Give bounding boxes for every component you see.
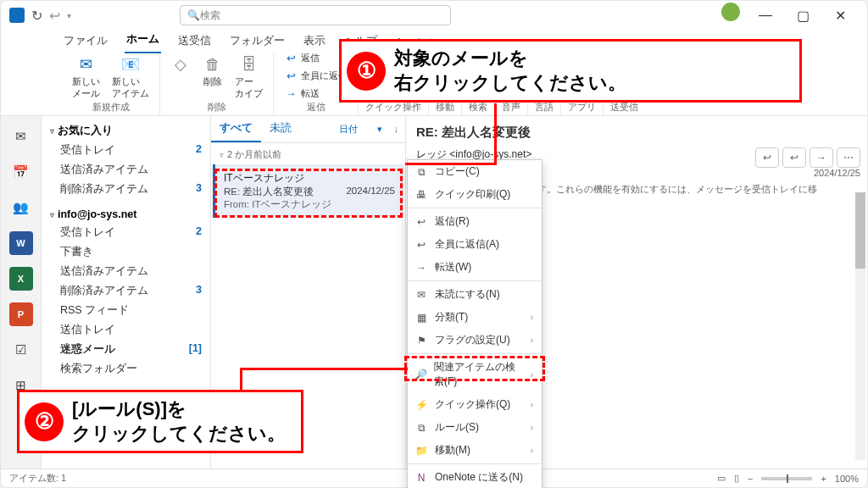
tab-all[interactable]: すべて — [211, 116, 261, 142]
onenote-icon: N — [415, 472, 428, 484]
reply-icon-button[interactable]: ↩ — [755, 147, 779, 168]
reply-icon: ↩ — [415, 216, 428, 228]
copy-icon: ⧉ — [415, 166, 428, 178]
group-speech-label: 音声 — [502, 102, 520, 114]
chevron-right-icon: › — [531, 446, 533, 455]
quick-steps-icon: ⚡ — [415, 399, 428, 411]
context-menu: ⧉コピー(C) 🖶クイック印刷(Q) ↩返信(R) ↩全員に返信(A) →転送(… — [407, 159, 542, 488]
folder-junk[interactable]: 迷惑メール[1] — [45, 340, 207, 359]
scrollbar-thumb[interactable] — [855, 192, 865, 269]
close-button[interactable]: ✕ — [821, 3, 859, 28]
unread-icon: ✉ — [415, 289, 428, 301]
new-mail-button[interactable]: ✉新しい メール — [69, 53, 103, 102]
forward-icon-button[interactable]: → — [810, 147, 833, 168]
ignore-button[interactable]: ◇ — [167, 53, 194, 76]
reading-date: 2024/12/25 — [755, 168, 860, 178]
message-preview: From: ITベースナレッジ — [224, 198, 395, 211]
flag-icon: ⚑ — [415, 335, 428, 347]
calendar-icon[interactable]: 📅 — [9, 160, 33, 184]
zoom-out-button[interactable]: − — [748, 474, 753, 484]
chevron-right-icon: › — [531, 423, 533, 432]
sync-icon[interactable]: ↻ — [31, 8, 42, 24]
message-sender: ITベースナレッジ — [224, 171, 395, 186]
folder-drafts[interactable]: 下書き — [45, 242, 207, 262]
chevron-down-icon: ▿ — [50, 126, 54, 136]
search-icon: 🔍 — [187, 9, 200, 21]
message-item[interactable]: ITベースナレッジ RE: 差出人名変更後2024/12/25 From: IT… — [213, 164, 403, 218]
annotation-line — [494, 103, 497, 164]
annotation-line — [240, 368, 408, 370]
annotation-number-2: ② — [25, 402, 64, 441]
minimize-button[interactable]: — — [747, 3, 784, 28]
delete-button[interactable]: 🗑削除 — [199, 53, 226, 90]
annotation-text-2: [ルール(S)]を クリックしてください。 — [72, 397, 286, 446]
folder-outbox[interactable]: 送信トレイ — [45, 320, 207, 340]
people-icon[interactable]: 👥 — [9, 196, 33, 219]
ctx-related[interactable]: 🔎関連アイテムの検索(F)› — [408, 356, 542, 393]
ctx-mark-unread[interactable]: ✉未読にする(N) — [408, 283, 542, 306]
ctx-rules[interactable]: ⧉ルール(S)› — [408, 416, 542, 439]
group-quick-label: クイック操作 — [365, 102, 421, 114]
chevron-down-icon: ▿ — [50, 210, 54, 219]
favorites-header[interactable]: ▿お気に入り — [45, 121, 207, 141]
ctx-flag[interactable]: ⚑フラグの設定(U)› — [408, 329, 542, 352]
zoom-in-button[interactable]: + — [821, 474, 826, 484]
reply-all-icon-button[interactable]: ↩ — [782, 147, 806, 168]
message-subject: RE: 差出人名変更後 — [224, 186, 314, 198]
annotation-line — [405, 163, 497, 165]
outlook-icon — [9, 8, 25, 23]
avatar[interactable] — [721, 3, 740, 21]
ctx-quick-steps[interactable]: ⚡クイック操作(Q)› — [408, 393, 542, 416]
group-sr-label: 送受信 — [610, 102, 638, 114]
search-placeholder: 検索 — [200, 8, 220, 23]
reply-all-icon: ↩ — [415, 239, 428, 251]
ctx-categorize[interactable]: ▦分類(T)› — [408, 306, 542, 329]
folder-deleted2[interactable]: 削除済みアイテム3 — [45, 281, 207, 301]
todo-icon[interactable]: ☑ — [9, 338, 33, 362]
excel-icon[interactable]: X — [9, 267, 33, 291]
folder-rss[interactable]: RSS フィード — [45, 301, 207, 320]
group-apps-label: アプリ — [568, 102, 596, 114]
new-item-button[interactable]: 📧新しい アイテム — [108, 53, 153, 102]
folder-inbox2[interactable]: 受信トレイ2 — [45, 223, 207, 242]
message-date: 2024/12/25 — [346, 186, 395, 198]
move-icon: 📁 — [415, 445, 428, 457]
folder-sent[interactable]: 送信済みアイテム — [45, 160, 207, 180]
print-icon: 🖶 — [415, 189, 428, 201]
dropdown-icon[interactable]: ▾ — [67, 11, 71, 20]
search-box[interactable]: 🔍 検索 — [180, 5, 451, 25]
ctx-quick-print[interactable]: 🖶クイック印刷(Q) — [408, 183, 542, 206]
folder-sent2[interactable]: 送信済みアイテム — [45, 262, 207, 281]
account-header[interactable]: ▿info@jo-sys.net — [45, 206, 207, 223]
scrollbar[interactable] — [855, 192, 865, 460]
chevron-down-icon: ▾ — [369, 119, 391, 139]
tab-unread[interactable]: 未読 — [261, 116, 300, 142]
view-normal-icon[interactable]: ▭ — [717, 473, 726, 484]
ctx-onenote[interactable]: NOneNote に送る(N) — [408, 466, 542, 488]
categorize-icon: ▦ — [415, 312, 428, 324]
folder-inbox[interactable]: 受信トレイ2 — [45, 141, 207, 160]
folder-deleted[interactable]: 削除済みアイテム3 — [45, 180, 207, 199]
ctx-move[interactable]: 📁移動(M)› — [408, 439, 542, 462]
view-reading-icon[interactable]: ▯ — [734, 473, 739, 484]
undo-icon[interactable]: ↩ — [49, 8, 60, 24]
forward-icon: → — [415, 262, 428, 274]
more-actions-button[interactable]: ⋯ — [837, 147, 860, 168]
ppt-icon[interactable]: P — [9, 302, 33, 326]
titlebar: ↻ ↩ ▾ 🔍 検索 — ▢ ✕ — [1, 1, 867, 30]
annotation-callout-2: ② [ルール(S)]を クリックしてください。 — [17, 390, 303, 453]
ctx-reply-all[interactable]: ↩全員に返信(A) — [408, 233, 542, 256]
ctx-forward[interactable]: →転送(W) — [408, 256, 542, 279]
mail-icon[interactable]: ✉ — [9, 125, 33, 148]
date-group-header[interactable]: ▿2 か月前以前 — [211, 143, 405, 164]
ctx-reply[interactable]: ↩返信(R) — [408, 210, 542, 233]
annotation-line — [240, 368, 242, 391]
sort-by[interactable]: 日付 ▾ ↓ — [331, 116, 405, 142]
annotation-number-1: ① — [347, 52, 386, 91]
rules-icon: ⧉ — [415, 422, 428, 434]
reading-subject: RE: 差出人名変更後 — [416, 125, 860, 141]
archive-button[interactable]: 🗄アー カイブ — [231, 53, 266, 102]
word-icon[interactable]: W — [9, 231, 33, 255]
maximize-button[interactable]: ▢ — [784, 3, 821, 28]
folder-search[interactable]: 検索フォルダー — [45, 359, 207, 379]
